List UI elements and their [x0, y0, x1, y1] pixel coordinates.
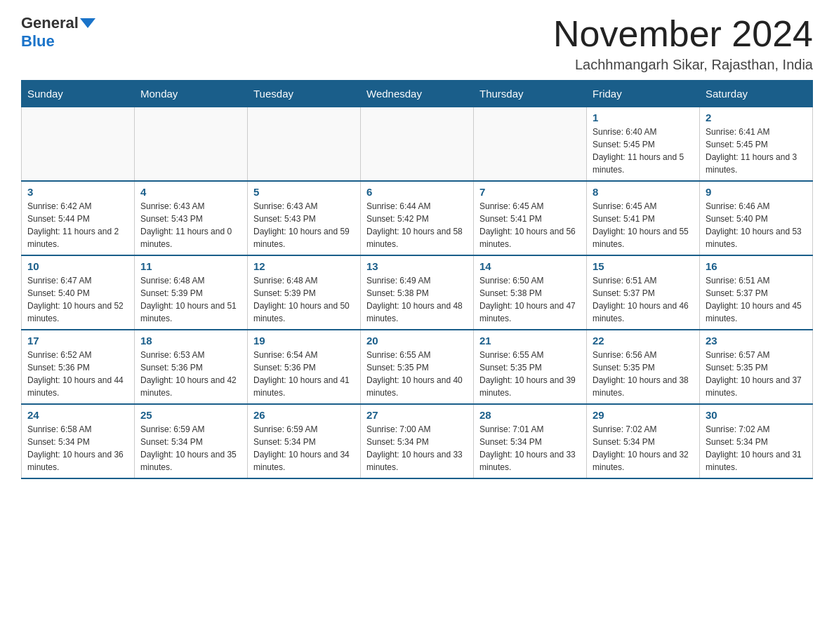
day-info: Sunrise: 6:59 AMSunset: 5:34 PMDaylight:…	[140, 423, 241, 474]
day-number: 20	[366, 335, 468, 347]
calendar-cell	[474, 107, 587, 182]
day-info: Sunrise: 7:02 AMSunset: 5:34 PMDaylight:…	[593, 423, 694, 474]
day-number: 28	[479, 409, 581, 421]
day-number: 6	[366, 186, 468, 198]
day-number: 12	[253, 260, 355, 272]
calendar-cell: 23Sunrise: 6:57 AMSunset: 5:35 PMDayligh…	[700, 330, 813, 404]
day-number: 26	[253, 409, 355, 421]
calendar-cell: 14Sunrise: 6:50 AMSunset: 5:38 PMDayligh…	[474, 255, 587, 330]
calendar-cell: 10Sunrise: 6:47 AMSunset: 5:40 PMDayligh…	[22, 255, 135, 330]
calendar-cell: 5Sunrise: 6:43 AMSunset: 5:43 PMDaylight…	[248, 181, 361, 255]
day-info: Sunrise: 6:58 AMSunset: 5:34 PMDaylight:…	[27, 423, 128, 474]
day-number: 2	[706, 112, 807, 123]
logo-triangle-icon	[80, 18, 95, 28]
day-number: 27	[366, 409, 468, 421]
day-info: Sunrise: 6:48 AMSunset: 5:39 PMDaylight:…	[140, 274, 241, 325]
day-info: Sunrise: 6:56 AMSunset: 5:35 PMDaylight:…	[593, 349, 694, 399]
day-number: 13	[366, 260, 468, 272]
header: General Blue November 2024 Lachhmangarh …	[21, 14, 813, 73]
calendar-cell	[361, 107, 474, 182]
day-number: 18	[140, 335, 241, 347]
header-wednesday: Wednesday	[361, 81, 474, 107]
calendar-cell: 6Sunrise: 6:44 AMSunset: 5:42 PMDaylight…	[361, 181, 474, 255]
calendar-cell: 15Sunrise: 6:51 AMSunset: 5:37 PMDayligh…	[587, 255, 700, 330]
calendar-cell: 25Sunrise: 6:59 AMSunset: 5:34 PMDayligh…	[135, 404, 248, 478]
day-number: 9	[706, 186, 807, 198]
calendar-cell: 2Sunrise: 6:41 AMSunset: 5:45 PMDaylight…	[700, 107, 813, 182]
day-number: 4	[140, 186, 241, 198]
day-number: 25	[140, 409, 241, 421]
header-saturday: Saturday	[700, 81, 813, 107]
day-number: 24	[27, 409, 128, 421]
month-title: November 2024	[553, 14, 813, 54]
day-number: 11	[140, 260, 241, 272]
header-monday: Monday	[135, 81, 248, 107]
day-number: 16	[706, 260, 807, 272]
day-info: Sunrise: 6:53 AMSunset: 5:36 PMDaylight:…	[140, 349, 241, 399]
calendar-cell: 9Sunrise: 6:46 AMSunset: 5:40 PMDaylight…	[700, 181, 813, 255]
calendar-cell: 28Sunrise: 7:01 AMSunset: 5:34 PMDayligh…	[474, 404, 587, 478]
calendar-cell: 22Sunrise: 6:56 AMSunset: 5:35 PMDayligh…	[587, 330, 700, 404]
day-info: Sunrise: 6:46 AMSunset: 5:40 PMDaylight:…	[706, 200, 807, 250]
day-number: 17	[27, 335, 128, 347]
day-info: Sunrise: 6:43 AMSunset: 5:43 PMDaylight:…	[140, 200, 241, 250]
day-info: Sunrise: 6:43 AMSunset: 5:43 PMDaylight:…	[253, 200, 355, 250]
day-info: Sunrise: 6:51 AMSunset: 5:37 PMDaylight:…	[593, 274, 694, 325]
calendar-cell: 3Sunrise: 6:42 AMSunset: 5:44 PMDaylight…	[22, 181, 135, 255]
calendar-cell: 4Sunrise: 6:43 AMSunset: 5:43 PMDaylight…	[135, 181, 248, 255]
day-info: Sunrise: 6:57 AMSunset: 5:35 PMDaylight:…	[706, 349, 807, 399]
header-tuesday: Tuesday	[248, 81, 361, 107]
day-info: Sunrise: 6:47 AMSunset: 5:40 PMDaylight:…	[27, 274, 128, 325]
day-number: 30	[706, 409, 807, 421]
day-number: 5	[253, 186, 355, 198]
header-friday: Friday	[587, 81, 700, 107]
logo: General Blue	[21, 14, 95, 51]
svg-marker-0	[80, 18, 95, 28]
day-info: Sunrise: 6:52 AMSunset: 5:36 PMDaylight:…	[27, 349, 128, 399]
day-number: 19	[253, 335, 355, 347]
day-number: 22	[593, 335, 694, 347]
day-info: Sunrise: 6:48 AMSunset: 5:39 PMDaylight:…	[253, 274, 355, 325]
calendar-cell: 11Sunrise: 6:48 AMSunset: 5:39 PMDayligh…	[135, 255, 248, 330]
day-number: 10	[27, 260, 128, 272]
header-sunday: Sunday	[22, 81, 135, 107]
day-info: Sunrise: 6:45 AMSunset: 5:41 PMDaylight:…	[593, 200, 694, 250]
calendar-cell: 30Sunrise: 7:02 AMSunset: 5:34 PMDayligh…	[700, 404, 813, 478]
calendar-cell: 1Sunrise: 6:40 AMSunset: 5:45 PMDaylight…	[587, 107, 700, 182]
day-info: Sunrise: 6:41 AMSunset: 5:45 PMDaylight:…	[706, 126, 807, 176]
calendar-cell: 17Sunrise: 6:52 AMSunset: 5:36 PMDayligh…	[22, 330, 135, 404]
header-thursday: Thursday	[474, 81, 587, 107]
calendar-cell: 26Sunrise: 6:59 AMSunset: 5:34 PMDayligh…	[248, 404, 361, 478]
calendar-cell: 29Sunrise: 7:02 AMSunset: 5:34 PMDayligh…	[587, 404, 700, 478]
logo-general: General	[21, 14, 79, 32]
day-info: Sunrise: 6:51 AMSunset: 5:37 PMDaylight:…	[706, 274, 807, 325]
day-number: 15	[593, 260, 694, 272]
calendar-cell	[22, 107, 135, 182]
day-info: Sunrise: 6:59 AMSunset: 5:34 PMDaylight:…	[253, 423, 355, 474]
day-number: 8	[593, 186, 694, 198]
title-area: November 2024 Lachhmangarh Sikar, Rajast…	[553, 14, 813, 73]
calendar-cell: 7Sunrise: 6:45 AMSunset: 5:41 PMDaylight…	[474, 181, 587, 255]
day-number: 29	[593, 409, 694, 421]
calendar-cell: 8Sunrise: 6:45 AMSunset: 5:41 PMDaylight…	[587, 181, 700, 255]
calendar-body: 1Sunrise: 6:40 AMSunset: 5:45 PMDaylight…	[22, 107, 813, 479]
day-info: Sunrise: 7:00 AMSunset: 5:34 PMDaylight:…	[366, 423, 468, 474]
day-info: Sunrise: 6:42 AMSunset: 5:44 PMDaylight:…	[27, 200, 128, 250]
calendar-cell	[135, 107, 248, 182]
calendar-cell: 27Sunrise: 7:00 AMSunset: 5:34 PMDayligh…	[361, 404, 474, 478]
calendar-cell: 21Sunrise: 6:55 AMSunset: 5:35 PMDayligh…	[474, 330, 587, 404]
day-info: Sunrise: 6:44 AMSunset: 5:42 PMDaylight:…	[366, 200, 468, 250]
day-info: Sunrise: 6:55 AMSunset: 5:35 PMDaylight:…	[366, 349, 468, 399]
day-info: Sunrise: 7:02 AMSunset: 5:34 PMDaylight:…	[706, 423, 807, 474]
calendar-table: Sunday Monday Tuesday Wednesday Thursday…	[21, 80, 813, 479]
day-info: Sunrise: 6:55 AMSunset: 5:35 PMDaylight:…	[479, 349, 581, 399]
day-number: 3	[27, 186, 128, 198]
logo-blue: Blue	[21, 32, 55, 50]
calendar-header: Sunday Monday Tuesday Wednesday Thursday…	[22, 81, 813, 107]
calendar-cell: 13Sunrise: 6:49 AMSunset: 5:38 PMDayligh…	[361, 255, 474, 330]
day-info: Sunrise: 6:54 AMSunset: 5:36 PMDaylight:…	[253, 349, 355, 399]
calendar-cell: 16Sunrise: 6:51 AMSunset: 5:37 PMDayligh…	[700, 255, 813, 330]
calendar-cell: 20Sunrise: 6:55 AMSunset: 5:35 PMDayligh…	[361, 330, 474, 404]
day-number: 21	[479, 335, 581, 347]
day-info: Sunrise: 7:01 AMSunset: 5:34 PMDaylight:…	[479, 423, 581, 474]
